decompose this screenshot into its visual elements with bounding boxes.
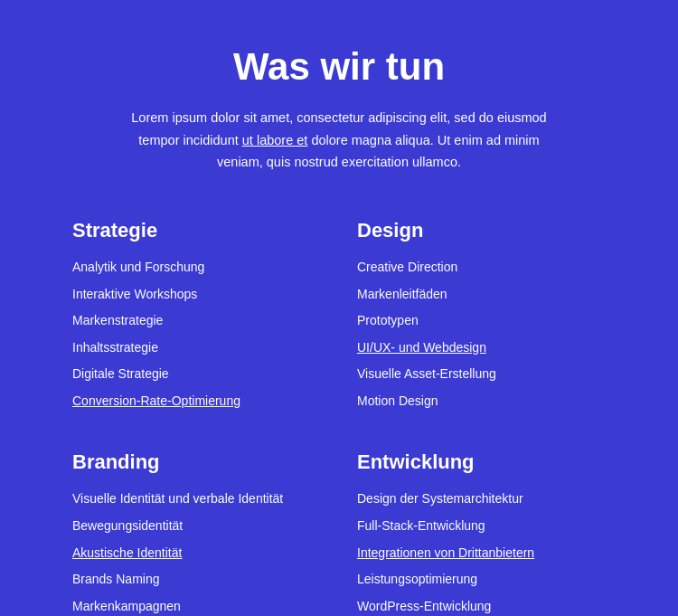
category-list-entwicklung: Design der SystemarchitekturFull-Stack-E…	[357, 490, 606, 616]
subtitle: Lorem ipsum dolor sit amet, consectetur …	[131, 107, 547, 174]
list-item[interactable]: Integrationen von Drittanbietern	[357, 545, 606, 563]
list-item: Leistungsoptimierung	[357, 571, 606, 589]
list-item: Prototypen	[357, 312, 606, 330]
header-section: Was wir tun Lorem ipsum dolor sit amet, …	[72, 45, 606, 174]
category-block-design: DesignCreative DirectionMarkenleitfädenP…	[357, 219, 606, 411]
list-item-link[interactable]: Integrationen von Drittanbietern	[357, 545, 534, 560]
list-item: Digitale Strategie	[72, 365, 321, 384]
category-title-design: Design	[357, 219, 606, 242]
category-block-branding: BrandingVisuelle Identität und verbale I…	[72, 450, 321, 616]
list-item: WordPress-Entwicklung	[357, 598, 606, 616]
list-item: Bewegungsidentität	[72, 517, 321, 535]
list-item-link[interactable]: Akustische Identität	[72, 545, 182, 560]
category-list-strategie: Analytik und ForschungInteraktive Worksh…	[72, 259, 321, 411]
list-item: Visuelle Asset-Erstellung	[357, 365, 606, 384]
grid-section: StrategieAnalytik und ForschungInterakti…	[72, 219, 606, 616]
main-title: Was wir tun	[72, 45, 606, 89]
list-item: Markenkampagnen	[72, 598, 321, 616]
category-block-strategie: StrategieAnalytik und ForschungInterakti…	[72, 219, 321, 411]
category-list-branding: Visuelle Identität und verbale Identität…	[72, 490, 321, 616]
category-block-entwicklung: EntwicklungDesign der SystemarchitekturF…	[357, 450, 606, 616]
list-item-link[interactable]: UI/UX- und Webdesign	[357, 340, 486, 355]
page-wrapper: Was wir tun Lorem ipsum dolor sit amet, …	[0, 0, 678, 616]
list-item: Brands Naming	[72, 571, 321, 589]
list-item[interactable]: Akustische Identität	[72, 545, 321, 563]
list-item: Visuelle Identität und verbale Identität	[72, 490, 321, 508]
list-item: Markenstrategie	[72, 312, 321, 330]
category-title-branding: Branding	[72, 450, 321, 474]
category-title-entwicklung: Entwicklung	[357, 450, 606, 474]
list-item: Design der Systemarchitektur	[357, 490, 606, 508]
list-item: Motion Design	[357, 393, 606, 411]
list-item: Interaktive Workshops	[72, 286, 321, 304]
category-title-strategie: Strategie	[72, 219, 321, 242]
list-item: Markenleitfäden	[357, 286, 606, 304]
list-item[interactable]: Conversion-Rate-Optimierung	[72, 393, 321, 411]
list-item[interactable]: UI/UX- und Webdesign	[357, 339, 606, 357]
category-list-design: Creative DirectionMarkenleitfädenPrototy…	[357, 259, 606, 411]
list-item: Inhaltsstrategie	[72, 339, 321, 357]
list-item: Creative Direction	[357, 259, 606, 277]
list-item: Analytik und Forschung	[72, 259, 321, 277]
list-item: Full-Stack-Entwicklung	[357, 517, 606, 535]
list-item-link[interactable]: Conversion-Rate-Optimierung	[72, 393, 240, 408]
